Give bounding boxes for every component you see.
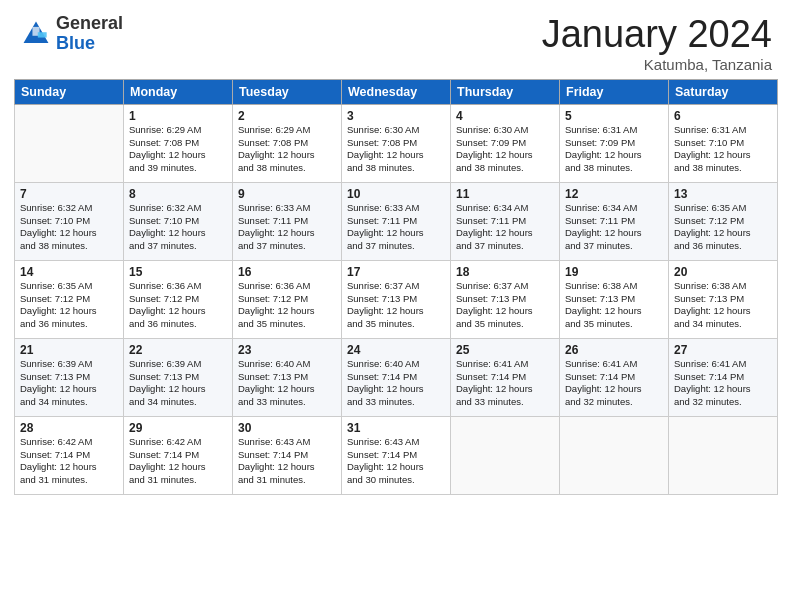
calendar-cell: 12Sunrise: 6:34 AM Sunset: 7:11 PM Dayli… xyxy=(560,182,669,260)
calendar-cell: 23Sunrise: 6:40 AM Sunset: 7:13 PM Dayli… xyxy=(233,338,342,416)
day-number: 13 xyxy=(674,187,772,201)
logo-general-text: General xyxy=(56,14,123,34)
calendar-cell: 29Sunrise: 6:42 AM Sunset: 7:14 PM Dayli… xyxy=(124,416,233,494)
day-info: Sunrise: 6:39 AM Sunset: 7:13 PM Dayligh… xyxy=(129,358,227,409)
day-info: Sunrise: 6:29 AM Sunset: 7:08 PM Dayligh… xyxy=(129,124,227,175)
calendar-cell: 25Sunrise: 6:41 AM Sunset: 7:14 PM Dayli… xyxy=(451,338,560,416)
day-info: Sunrise: 6:32 AM Sunset: 7:10 PM Dayligh… xyxy=(129,202,227,253)
calendar-cell: 20Sunrise: 6:38 AM Sunset: 7:13 PM Dayli… xyxy=(669,260,778,338)
calendar-cell: 30Sunrise: 6:43 AM Sunset: 7:14 PM Dayli… xyxy=(233,416,342,494)
col-thursday: Thursday xyxy=(451,79,560,104)
day-number: 3 xyxy=(347,109,445,123)
day-info: Sunrise: 6:32 AM Sunset: 7:10 PM Dayligh… xyxy=(20,202,118,253)
calendar-cell: 8Sunrise: 6:32 AM Sunset: 7:10 PM Daylig… xyxy=(124,182,233,260)
day-info: Sunrise: 6:42 AM Sunset: 7:14 PM Dayligh… xyxy=(20,436,118,487)
day-number: 25 xyxy=(456,343,554,357)
col-monday: Monday xyxy=(124,79,233,104)
calendar-cell: 17Sunrise: 6:37 AM Sunset: 7:13 PM Dayli… xyxy=(342,260,451,338)
day-info: Sunrise: 6:39 AM Sunset: 7:13 PM Dayligh… xyxy=(20,358,118,409)
day-info: Sunrise: 6:43 AM Sunset: 7:14 PM Dayligh… xyxy=(238,436,336,487)
day-info: Sunrise: 6:30 AM Sunset: 7:09 PM Dayligh… xyxy=(456,124,554,175)
day-number: 12 xyxy=(565,187,663,201)
calendar-table: Sunday Monday Tuesday Wednesday Thursday… xyxy=(14,79,778,495)
calendar-row-4: 28Sunrise: 6:42 AM Sunset: 7:14 PM Dayli… xyxy=(15,416,778,494)
day-number: 21 xyxy=(20,343,118,357)
calendar-cell: 19Sunrise: 6:38 AM Sunset: 7:13 PM Dayli… xyxy=(560,260,669,338)
calendar-cell: 28Sunrise: 6:42 AM Sunset: 7:14 PM Dayli… xyxy=(15,416,124,494)
day-number: 18 xyxy=(456,265,554,279)
day-number: 1 xyxy=(129,109,227,123)
calendar-cell: 15Sunrise: 6:36 AM Sunset: 7:12 PM Dayli… xyxy=(124,260,233,338)
day-info: Sunrise: 6:35 AM Sunset: 7:12 PM Dayligh… xyxy=(20,280,118,331)
day-number: 30 xyxy=(238,421,336,435)
col-tuesday: Tuesday xyxy=(233,79,342,104)
day-number: 20 xyxy=(674,265,772,279)
calendar-cell: 2Sunrise: 6:29 AM Sunset: 7:08 PM Daylig… xyxy=(233,104,342,182)
calendar-body: 1Sunrise: 6:29 AM Sunset: 7:08 PM Daylig… xyxy=(15,104,778,494)
page: { "logo": { "general": "General", "blue"… xyxy=(0,0,792,612)
day-number: 10 xyxy=(347,187,445,201)
calendar-cell: 10Sunrise: 6:33 AM Sunset: 7:11 PM Dayli… xyxy=(342,182,451,260)
day-number: 8 xyxy=(129,187,227,201)
col-friday: Friday xyxy=(560,79,669,104)
calendar-cell: 13Sunrise: 6:35 AM Sunset: 7:12 PM Dayli… xyxy=(669,182,778,260)
day-info: Sunrise: 6:41 AM Sunset: 7:14 PM Dayligh… xyxy=(565,358,663,409)
day-info: Sunrise: 6:38 AM Sunset: 7:13 PM Dayligh… xyxy=(565,280,663,331)
calendar-cell: 27Sunrise: 6:41 AM Sunset: 7:14 PM Dayli… xyxy=(669,338,778,416)
page-header: General Blue January 2024 Katumba, Tanza… xyxy=(0,0,792,79)
calendar-cell: 22Sunrise: 6:39 AM Sunset: 7:13 PM Dayli… xyxy=(124,338,233,416)
calendar-cell: 7Sunrise: 6:32 AM Sunset: 7:10 PM Daylig… xyxy=(15,182,124,260)
day-number: 17 xyxy=(347,265,445,279)
calendar-cell: 9Sunrise: 6:33 AM Sunset: 7:11 PM Daylig… xyxy=(233,182,342,260)
day-info: Sunrise: 6:35 AM Sunset: 7:12 PM Dayligh… xyxy=(674,202,772,253)
day-info: Sunrise: 6:29 AM Sunset: 7:08 PM Dayligh… xyxy=(238,124,336,175)
day-info: Sunrise: 6:41 AM Sunset: 7:14 PM Dayligh… xyxy=(456,358,554,409)
calendar-row-3: 21Sunrise: 6:39 AM Sunset: 7:13 PM Dayli… xyxy=(15,338,778,416)
col-sunday: Sunday xyxy=(15,79,124,104)
logo-blue-text: Blue xyxy=(56,34,123,54)
day-number: 26 xyxy=(565,343,663,357)
day-number: 23 xyxy=(238,343,336,357)
svg-rect-2 xyxy=(38,32,47,37)
calendar-cell xyxy=(669,416,778,494)
day-info: Sunrise: 6:37 AM Sunset: 7:13 PM Dayligh… xyxy=(347,280,445,331)
day-number: 15 xyxy=(129,265,227,279)
day-number: 2 xyxy=(238,109,336,123)
calendar-cell: 1Sunrise: 6:29 AM Sunset: 7:08 PM Daylig… xyxy=(124,104,233,182)
day-number: 4 xyxy=(456,109,554,123)
col-saturday: Saturday xyxy=(669,79,778,104)
day-info: Sunrise: 6:43 AM Sunset: 7:14 PM Dayligh… xyxy=(347,436,445,487)
col-wednesday: Wednesday xyxy=(342,79,451,104)
calendar-cell: 18Sunrise: 6:37 AM Sunset: 7:13 PM Dayli… xyxy=(451,260,560,338)
day-info: Sunrise: 6:33 AM Sunset: 7:11 PM Dayligh… xyxy=(347,202,445,253)
calendar-cell xyxy=(15,104,124,182)
day-number: 6 xyxy=(674,109,772,123)
logo-icon xyxy=(20,18,52,50)
day-number: 27 xyxy=(674,343,772,357)
day-number: 5 xyxy=(565,109,663,123)
day-info: Sunrise: 6:40 AM Sunset: 7:13 PM Dayligh… xyxy=(238,358,336,409)
day-info: Sunrise: 6:34 AM Sunset: 7:11 PM Dayligh… xyxy=(565,202,663,253)
calendar-cell: 14Sunrise: 6:35 AM Sunset: 7:12 PM Dayli… xyxy=(15,260,124,338)
day-number: 19 xyxy=(565,265,663,279)
calendar-row-0: 1Sunrise: 6:29 AM Sunset: 7:08 PM Daylig… xyxy=(15,104,778,182)
calendar-cell: 16Sunrise: 6:36 AM Sunset: 7:12 PM Dayli… xyxy=(233,260,342,338)
calendar-cell: 6Sunrise: 6:31 AM Sunset: 7:10 PM Daylig… xyxy=(669,104,778,182)
day-info: Sunrise: 6:34 AM Sunset: 7:11 PM Dayligh… xyxy=(456,202,554,253)
calendar-row-2: 14Sunrise: 6:35 AM Sunset: 7:12 PM Dayli… xyxy=(15,260,778,338)
day-info: Sunrise: 6:31 AM Sunset: 7:10 PM Dayligh… xyxy=(674,124,772,175)
location-subtitle: Katumba, Tanzania xyxy=(542,56,772,73)
day-info: Sunrise: 6:36 AM Sunset: 7:12 PM Dayligh… xyxy=(129,280,227,331)
calendar-header-row: Sunday Monday Tuesday Wednesday Thursday… xyxy=(15,79,778,104)
calendar-cell: 3Sunrise: 6:30 AM Sunset: 7:08 PM Daylig… xyxy=(342,104,451,182)
calendar-cell: 5Sunrise: 6:31 AM Sunset: 7:09 PM Daylig… xyxy=(560,104,669,182)
calendar-cell: 4Sunrise: 6:30 AM Sunset: 7:09 PM Daylig… xyxy=(451,104,560,182)
day-number: 28 xyxy=(20,421,118,435)
logo: General Blue xyxy=(20,14,123,54)
day-info: Sunrise: 6:36 AM Sunset: 7:12 PM Dayligh… xyxy=(238,280,336,331)
calendar-cell xyxy=(560,416,669,494)
month-title: January 2024 xyxy=(542,14,772,56)
day-info: Sunrise: 6:41 AM Sunset: 7:14 PM Dayligh… xyxy=(674,358,772,409)
calendar-cell xyxy=(451,416,560,494)
day-info: Sunrise: 6:40 AM Sunset: 7:14 PM Dayligh… xyxy=(347,358,445,409)
